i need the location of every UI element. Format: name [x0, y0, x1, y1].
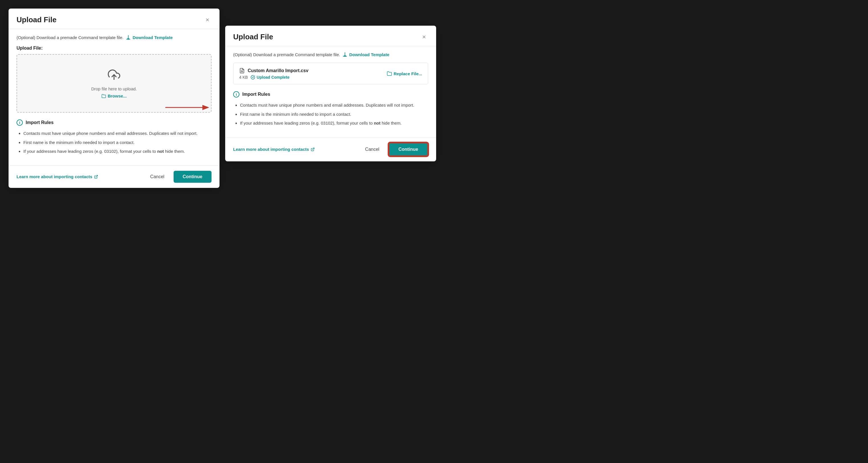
rules-list: Contacts must have unique phone numbers …: [17, 130, 212, 155]
left-dialog-header: Upload File ×: [8, 8, 219, 29]
download-template-link[interactable]: Download Template: [126, 35, 173, 40]
right-dialog-body: (Optional) Download a premade Command te…: [225, 46, 436, 137]
file-info: Custom Amarillo Import.csv 4 KB Upload C…: [239, 68, 308, 80]
upload-cloud-icon: [108, 68, 120, 84]
cancel-button-left[interactable]: Cancel: [146, 172, 169, 182]
folder-icon: [101, 94, 106, 98]
right-rule-1: Contacts must have unique phone numbers …: [240, 101, 428, 109]
svg-line-2: [96, 175, 97, 177]
left-dialog-title: Upload File: [17, 16, 57, 24]
left-dialog-footer: Learn more about importing contacts Canc…: [8, 165, 219, 188]
learn-more-link-right[interactable]: Learn more about importing contacts: [233, 147, 315, 152]
replace-file-button[interactable]: Replace File...: [387, 71, 422, 76]
learn-more-link-left[interactable]: Learn more about importing contacts: [17, 174, 98, 179]
file-size: 4 KB: [239, 75, 248, 80]
upload-file-label: Upload File:: [17, 45, 212, 51]
file-name-row: Custom Amarillo Import.csv: [239, 68, 308, 74]
right-dialog-header: Upload File ×: [225, 26, 436, 46]
replace-file-label: Replace File...: [394, 71, 422, 76]
file-name: Custom Amarillo Import.csv: [248, 68, 308, 73]
right-rules-title: Import Rules: [242, 92, 270, 97]
download-icon: [126, 35, 131, 40]
left-dialog: Upload File × (Optional) Download a prem…: [8, 8, 219, 188]
footer-right-left: Cancel Continue: [146, 171, 212, 183]
rule-1: Contacts must have unique phone numbers …: [23, 130, 212, 137]
right-dialog-footer: Learn more about importing contacts Canc…: [225, 137, 436, 161]
external-link-icon-left: [94, 175, 98, 179]
template-row: (Optional) Download a premade Command te…: [17, 35, 212, 40]
right-dialog-title: Upload File: [233, 32, 273, 41]
right-template-text: (Optional) Download a premade Command te…: [233, 52, 340, 57]
right-download-template-label: Download Template: [349, 52, 390, 57]
right-import-rules-section: i Import Rules Contacts must have unique…: [233, 91, 428, 127]
right-download-icon: [342, 52, 347, 57]
right-info-icon: i: [233, 91, 240, 97]
browse-label: Browse...: [108, 94, 127, 98]
footer-right-right: Cancel Continue: [361, 143, 428, 156]
upload-complete-status: Upload Complete: [251, 75, 289, 80]
learn-more-label-left: Learn more about importing contacts: [17, 174, 92, 179]
right-rule-3: If your addresses have leading zeros (e.…: [240, 119, 428, 127]
svg-line-8: [312, 148, 314, 149]
info-icon: i: [17, 119, 23, 126]
uploaded-file-card: Custom Amarillo Import.csv 4 KB Upload C…: [233, 63, 428, 84]
left-dialog-body: (Optional) Download a premade Command te…: [8, 29, 219, 165]
right-dialog: Upload File × (Optional) Download a prem…: [225, 26, 436, 161]
learn-more-label-right: Learn more about importing contacts: [233, 147, 309, 152]
rule-3: If your addresses have leading zeros (e.…: [23, 148, 212, 155]
cancel-button-right[interactable]: Cancel: [361, 145, 384, 154]
right-rule-2: First name is the minimum info needed to…: [240, 111, 428, 118]
drop-text: Drop file here to upload.: [91, 86, 137, 91]
continue-button-right[interactable]: Continue: [389, 143, 428, 156]
left-dialog-close-button[interactable]: ×: [203, 16, 212, 24]
rules-title: Import Rules: [26, 120, 54, 125]
rules-header: i Import Rules: [17, 119, 212, 126]
file-status-row: 4 KB Upload Complete: [239, 75, 308, 80]
browse-button[interactable]: Browse...: [101, 94, 127, 98]
download-template-label: Download Template: [132, 35, 173, 40]
import-rules-section: i Import Rules Contacts must have unique…: [17, 119, 212, 155]
check-circle-icon: [251, 75, 255, 80]
external-link-icon-right: [311, 147, 315, 151]
continue-button-left[interactable]: Continue: [174, 171, 212, 183]
template-text: (Optional) Download a premade Command te…: [17, 35, 123, 40]
right-dialog-close-button[interactable]: ×: [420, 33, 428, 41]
file-icon: [239, 68, 245, 74]
right-template-row: (Optional) Download a premade Command te…: [233, 52, 428, 57]
arrow-indicator: [165, 103, 211, 112]
right-download-template-link[interactable]: Download Template: [342, 52, 390, 57]
rule-2: First name is the minimum info needed to…: [23, 139, 212, 146]
upload-status-label: Upload Complete: [256, 75, 289, 80]
right-rules-list: Contacts must have unique phone numbers …: [233, 101, 428, 127]
right-rules-header: i Import Rules: [233, 91, 428, 97]
replace-icon: [387, 71, 392, 76]
